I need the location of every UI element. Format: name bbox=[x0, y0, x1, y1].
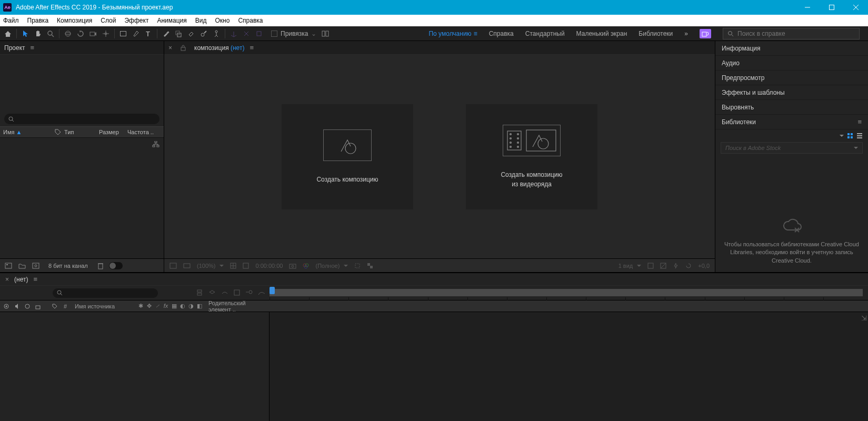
panel-info[interactable]: Информация bbox=[715, 41, 868, 56]
panel-menu-icon[interactable]: ≡ bbox=[250, 44, 254, 52]
timeline-layers-area[interactable] bbox=[0, 312, 270, 421]
panel-menu-icon[interactable]: ≡ bbox=[33, 275, 37, 283]
new-comp-icon[interactable] bbox=[31, 261, 41, 270]
type-tool[interactable]: T bbox=[143, 28, 154, 39]
channel-icon[interactable] bbox=[301, 263, 311, 269]
workspace-overflow-icon[interactable]: » bbox=[684, 30, 688, 37]
workspace-standard[interactable]: Стандартный bbox=[525, 30, 565, 37]
parent-col[interactable]: Родительский элемент .. bbox=[205, 300, 267, 313]
sort-icon[interactable]: ▲ bbox=[16, 129, 22, 135]
reset-exposure-icon[interactable] bbox=[683, 263, 694, 269]
window-close-button[interactable] bbox=[844, 0, 868, 15]
panel-effects[interactable]: Эффекты и шаблоны bbox=[715, 85, 868, 100]
always-preview-icon[interactable] bbox=[167, 263, 179, 269]
transparency-grid-icon[interactable] bbox=[365, 263, 375, 269]
menu-effect[interactable]: Эффект bbox=[124, 17, 148, 24]
magnification-dropdown[interactable] bbox=[181, 263, 193, 269]
draft-3d-icon[interactable] bbox=[208, 289, 216, 297]
delete-icon[interactable] bbox=[95, 261, 106, 270]
timeline-tab[interactable]: (нет) bbox=[14, 276, 28, 283]
help-search-input[interactable] bbox=[737, 30, 855, 37]
menu-file[interactable]: Файл bbox=[3, 17, 19, 24]
project-list[interactable] bbox=[0, 138, 164, 258]
brush-tool[interactable] bbox=[160, 28, 172, 39]
hand-tool[interactable] bbox=[32, 28, 44, 39]
rotate-tool[interactable] bbox=[75, 28, 86, 39]
camera-tool[interactable] bbox=[87, 28, 99, 39]
index-col[interactable]: # bbox=[61, 303, 69, 309]
panel-audio[interactable]: Аудио bbox=[715, 56, 868, 71]
project-tab[interactable]: Проект bbox=[4, 44, 25, 52]
rectangle-tool[interactable] bbox=[117, 28, 129, 39]
clone-tool[interactable] bbox=[173, 28, 184, 39]
workspace-libraries[interactable]: Библиотеки bbox=[638, 30, 673, 37]
resolution-dropdown[interactable]: (Полное) bbox=[313, 263, 350, 269]
roto-brush-tool[interactable] bbox=[198, 28, 209, 39]
flowchart-icon[interactable] bbox=[152, 141, 159, 147]
new-composition-from-footage-card[interactable]: Создать композициюиз видеоряда bbox=[466, 104, 597, 209]
snapshot-icon[interactable] bbox=[287, 263, 298, 269]
eraser-tool[interactable] bbox=[185, 28, 197, 39]
interpret-footage-icon[interactable] bbox=[3, 261, 14, 270]
playhead[interactable] bbox=[270, 287, 275, 294]
lock-icon[interactable] bbox=[181, 45, 186, 51]
collapse-switch-icon[interactable]: ✥ bbox=[145, 303, 153, 309]
col-rate[interactable]: Частота .. bbox=[127, 129, 154, 135]
collapse-handle-icon[interactable]: ⇲ bbox=[861, 314, 867, 322]
menu-edit[interactable]: Правка bbox=[27, 17, 49, 24]
tab-close-icon[interactable]: × bbox=[168, 44, 172, 52]
list-view-icon[interactable] bbox=[856, 133, 863, 139]
grid-icon[interactable] bbox=[228, 263, 238, 269]
pen-tool[interactable] bbox=[130, 28, 142, 39]
fx-switch-icon[interactable]: fx bbox=[162, 303, 169, 309]
selection-tool[interactable] bbox=[19, 28, 31, 39]
project-search[interactable] bbox=[4, 114, 159, 124]
home-button[interactable] bbox=[2, 28, 14, 39]
menu-help[interactable]: Справка bbox=[238, 17, 263, 24]
source-name-col[interactable]: Имя источника bbox=[72, 303, 135, 309]
mask-icon[interactable] bbox=[241, 263, 251, 269]
views-dropdown[interactable]: 1 вид bbox=[616, 263, 644, 269]
time-ruler[interactable] bbox=[270, 286, 868, 300]
new-composition-card[interactable]: Создать композицию bbox=[282, 104, 413, 209]
fast-previews-icon[interactable] bbox=[671, 263, 681, 269]
menu-animation[interactable]: Анимация bbox=[157, 17, 186, 24]
col-size[interactable]: Размер bbox=[99, 129, 124, 135]
grid-view-icon[interactable] bbox=[847, 133, 853, 139]
menu-composition[interactable]: Композиция bbox=[57, 17, 92, 24]
snap-to-edges-icon[interactable] bbox=[320, 28, 331, 39]
menu-layer[interactable]: Слой bbox=[101, 17, 116, 24]
exposure-value[interactable]: +0,0 bbox=[696, 263, 712, 269]
anchor-tool[interactable] bbox=[100, 28, 112, 39]
sync-settings-icon[interactable] bbox=[700, 29, 711, 38]
menu-window[interactable]: Окно bbox=[215, 17, 230, 24]
project-toggle[interactable] bbox=[109, 262, 123, 269]
frame-blend-switch-icon[interactable]: ▦ bbox=[171, 303, 178, 309]
adjustment-switch-icon[interactable]: ◑ bbox=[187, 303, 195, 309]
label-icon[interactable] bbox=[55, 129, 61, 135]
panel-menu-icon[interactable]: ≡ bbox=[857, 118, 862, 126]
snap-checkbox[interactable] bbox=[271, 31, 277, 37]
project-search-input[interactable] bbox=[17, 116, 155, 122]
local-axis-icon[interactable] bbox=[228, 28, 240, 39]
frame-blend-icon[interactable] bbox=[234, 289, 240, 297]
zoom-dropdown[interactable]: (100%) bbox=[195, 263, 226, 269]
video-col-icon[interactable] bbox=[2, 304, 11, 309]
col-type[interactable]: Тип bbox=[64, 129, 96, 135]
timeline-search[interactable] bbox=[53, 288, 158, 298]
stock-search-dropdown-icon[interactable] bbox=[852, 145, 858, 151]
col-name[interactable]: Имя bbox=[3, 129, 14, 135]
view-layout-icon[interactable] bbox=[645, 263, 656, 269]
tab-close-icon[interactable]: × bbox=[5, 276, 9, 283]
world-axis-icon[interactable] bbox=[241, 28, 252, 39]
quality-switch-icon[interactable]: ⟋ bbox=[154, 303, 161, 309]
workspace-learn[interactable]: Справка bbox=[489, 30, 514, 37]
composition-tab[interactable]: композиция (нет) bbox=[194, 44, 244, 52]
current-time[interactable]: 0:00:00:00 bbox=[253, 263, 285, 269]
window-maximize-button[interactable] bbox=[820, 0, 844, 15]
window-minimize-button[interactable] bbox=[795, 0, 820, 15]
roi-icon[interactable] bbox=[352, 263, 363, 269]
motion-blur-switch-icon[interactable]: ◐ bbox=[179, 303, 186, 309]
stock-search[interactable]: Поиск в Adobe Stock bbox=[721, 142, 863, 154]
lock-col-icon[interactable] bbox=[34, 303, 42, 309]
